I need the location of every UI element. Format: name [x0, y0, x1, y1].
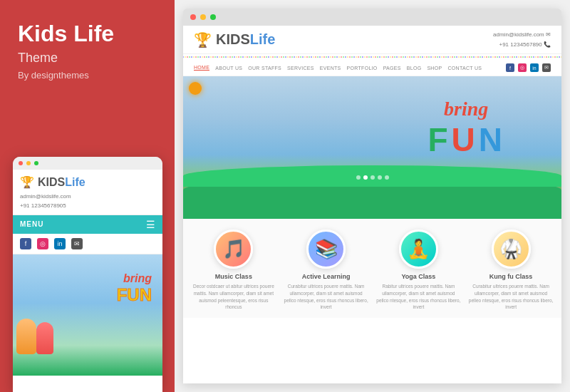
- site-logo-life: Life: [250, 31, 276, 47]
- right-panel: 🏆 KIDSLife admin@kidslife.com ✉ +91 1234…: [175, 0, 570, 392]
- yoga-desc: Rabitur ultrices pouere mattis. Nam ulla…: [375, 283, 461, 311]
- nav-home[interactable]: HOME: [194, 65, 209, 71]
- kungfu-title: Kung fu Class: [468, 273, 554, 280]
- mobile-logo-row: 🏆 KIDSLife: [20, 175, 155, 189]
- nav-instagram-icon[interactable]: ◎: [518, 63, 527, 72]
- nav-facebook-icon[interactable]: f: [506, 63, 514, 72]
- browser-close-dot[interactable]: [190, 14, 196, 20]
- yoga-title: Yoga Class: [375, 273, 461, 280]
- feature-learning: 📚 Active Learning Curabitur ultrices pou…: [284, 229, 369, 311]
- nav-services[interactable]: SERVICES: [287, 66, 314, 71]
- close-dot: [19, 161, 23, 165]
- child-figure-2: [36, 322, 53, 354]
- browser-frame: 🏆 KIDSLife admin@kidslife.com ✉ +91 1234…: [183, 9, 561, 383]
- hero-n: N: [479, 120, 504, 159]
- feature-yoga: 🧘 Yoga Class Rabitur ultrices pouere mat…: [375, 229, 461, 311]
- mobile-logo-life: Life: [65, 176, 85, 188]
- nav-events[interactable]: EVENTS: [320, 66, 341, 71]
- instagram-icon[interactable]: ◎: [37, 238, 48, 249]
- site-email: admin@kidslife.com ✉: [493, 30, 551, 40]
- feature-music: 🎵 Music Class Decor ostdcaer ut abitur u…: [191, 229, 276, 311]
- child-figure-1: [16, 319, 36, 354]
- mobile-hero-text: bring FUN: [117, 272, 152, 305]
- mail-icon[interactable]: ✉: [71, 238, 83, 249]
- kungfu-desc: Curabitur ultrices pouere mattis. Nam ul…: [468, 283, 554, 311]
- hero-f: F: [428, 120, 450, 159]
- nav-about[interactable]: ABOUT US: [215, 66, 242, 71]
- hero-u: U: [452, 120, 477, 159]
- nav-staffs[interactable]: OUR STAFFS: [248, 66, 281, 71]
- site-nav: HOME ABOUT US OUR STAFFS SERVICES EVENTS…: [183, 60, 561, 76]
- hero-slider-dots: [356, 175, 389, 180]
- features-section: 🎵 Music Class Decor ostdcaer ut abitur u…: [183, 219, 561, 318]
- slide-dot-4[interactable]: [378, 175, 382, 180]
- site-logo: KIDSLife: [216, 31, 275, 48]
- learning-title: Active Learning: [284, 273, 369, 280]
- minimize-dot: [26, 161, 31, 165]
- hero-bring: bring: [428, 98, 504, 120]
- music-avatar: 🎵: [214, 229, 253, 269]
- mobile-email: admin@kidslife.com: [20, 192, 155, 202]
- mobile-menu-label: MENU: [20, 220, 43, 228]
- site-logo-row: 🏆 KIDSLife: [194, 31, 275, 48]
- nav-links: HOME ABOUT US OUR STAFFS SERVICES EVENTS…: [194, 65, 482, 71]
- site-header: 🏆 KIDSLife admin@kidslife.com ✉ +91 1234…: [183, 26, 561, 54]
- website-preview: 🏆 KIDSLife admin@kidslife.com ✉ +91 1234…: [183, 26, 561, 383]
- kungfu-avatar: 🥋: [492, 229, 531, 269]
- theme-title: Kids Life: [18, 21, 157, 46]
- theme-subtitle: Theme: [18, 51, 157, 66]
- mobile-menu-bar[interactable]: MENU ☰: [13, 215, 162, 234]
- learning-avatar: 📚: [306, 229, 346, 269]
- browser-maximize-dot[interactable]: [210, 14, 216, 20]
- mobile-preview-card: 🏆 KIDSLife admin@kidslife.com +91 123456…: [13, 157, 162, 392]
- music-title: Music Class: [191, 273, 276, 280]
- nav-blog[interactable]: BLOG: [407, 66, 422, 71]
- mobile-logo-kids: KIDS: [38, 176, 65, 188]
- mobile-contact: admin@kidslife.com +91 12345678905: [20, 192, 155, 211]
- nav-social: f ◎ in ✉: [506, 63, 551, 72]
- nav-linkedin-icon[interactable]: in: [530, 63, 539, 72]
- nav-portfolio[interactable]: PORTFOLIO: [347, 66, 378, 71]
- nav-contact[interactable]: CONTACT US: [447, 66, 482, 71]
- site-hero: bring F U N: [183, 76, 561, 219]
- nav-mail-icon[interactable]: ✉: [542, 63, 551, 72]
- feature-kungfu: 🥋 Kung fu Class Curabitur ultrices pouer…: [468, 229, 554, 311]
- mobile-fun-text: FUN: [117, 285, 152, 305]
- slide-dot-1[interactable]: [356, 175, 361, 180]
- theme-by: By designthemes: [18, 70, 157, 81]
- maximize-dot: [34, 161, 38, 165]
- facebook-icon[interactable]: f: [20, 238, 31, 249]
- hero-grass: [183, 176, 561, 219]
- mobile-logo-text: KIDSLife: [38, 176, 86, 189]
- mobile-hero: bring FUN: [13, 254, 162, 376]
- mobile-top-bar: [13, 157, 162, 170]
- mobile-phone: +91 12345678905: [20, 202, 155, 211]
- browser-minimize-dot[interactable]: [200, 14, 206, 20]
- learning-desc: Curabitur ultrices pouere mattis. Nam ul…: [284, 283, 369, 311]
- site-phone: +91 1234567890 📞: [493, 40, 551, 50]
- yoga-avatar: 🧘: [399, 229, 438, 269]
- slide-dot-5[interactable]: [385, 175, 389, 180]
- site-trophy-icon: 🏆: [194, 31, 212, 48]
- linkedin-icon[interactable]: in: [54, 238, 66, 249]
- mobile-trophy-icon: 🏆: [20, 175, 34, 189]
- site-logo-kids: KIDS: [216, 31, 250, 47]
- mobile-social-row: f ◎ in ✉: [13, 234, 162, 254]
- music-desc: Decor ostdcaer ut abitur ultrices pouere…: [191, 283, 276, 311]
- mobile-header: 🏆 KIDSLife admin@kidslife.com +91 123456…: [13, 170, 162, 215]
- mobile-children: [16, 319, 53, 354]
- hero-fun: F U N: [428, 120, 504, 159]
- slide-dot-2[interactable]: [363, 175, 368, 180]
- slide-dot-3[interactable]: [370, 175, 375, 180]
- hamburger-icon[interactable]: ☰: [146, 219, 155, 230]
- nav-pages[interactable]: PAGES: [383, 66, 401, 71]
- features-grid: 🎵 Music Class Decor ostdcaer ut abitur u…: [190, 229, 554, 311]
- nav-shop[interactable]: SHOP: [427, 66, 442, 71]
- mobile-bring-text: bring: [117, 272, 152, 285]
- left-panel: Kids Life Theme By designthemes 🏆 KIDSLi…: [0, 0, 175, 392]
- polka-divider: [183, 54, 561, 60]
- browser-top-bar: [183, 9, 561, 26]
- hero-text: bring F U N: [428, 98, 504, 159]
- site-contact-info: admin@kidslife.com ✉ +91 1234567890 📞: [493, 30, 551, 49]
- sun-icon: [189, 82, 202, 95]
